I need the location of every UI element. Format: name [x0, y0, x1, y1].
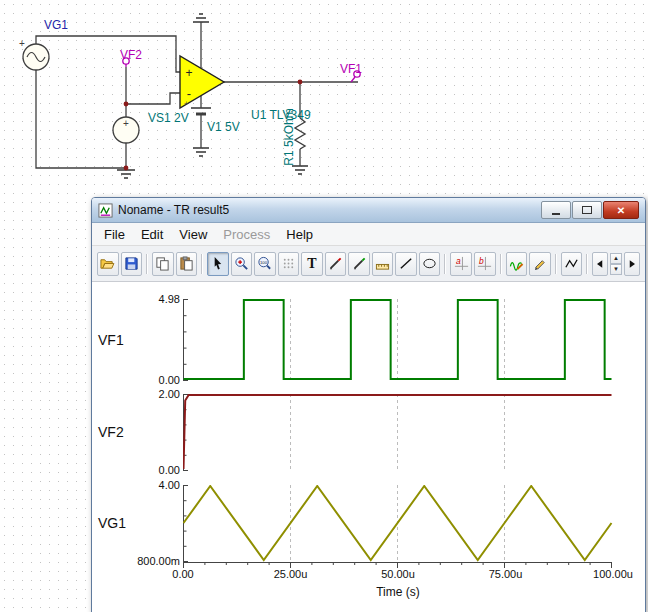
chart-vf1[interactable] [183, 299, 613, 381]
title-bar[interactable]: Noname - TR result5 ✕ [92, 198, 645, 223]
grid-button[interactable] [278, 252, 300, 276]
step-left-button[interactable] [592, 252, 608, 276]
opamp-plus-input-label: + [185, 66, 192, 80]
save-button[interactable] [121, 252, 143, 276]
ground-symbols [117, 14, 308, 178]
vs1-label[interactable]: VS1 2V [148, 111, 189, 125]
spin-up-button[interactable]: ▲ [610, 253, 622, 264]
paste-icon [179, 256, 194, 271]
toolbar-separator [500, 254, 502, 274]
r1-resistor-symbol[interactable] [295, 118, 305, 149]
svg-text:b: b [479, 256, 484, 266]
paste-button[interactable] [176, 252, 198, 276]
ellipse-icon [422, 256, 437, 271]
copy-button[interactable] [152, 252, 174, 276]
open-button[interactable] [97, 252, 119, 276]
r1-label[interactable]: R1 5kOhm [282, 102, 296, 172]
zoom-100-button[interactable]: 100 [254, 252, 276, 276]
close-icon: ✕ [617, 205, 625, 216]
vf1-label[interactable]: VF1 [340, 62, 362, 76]
vg1-label[interactable]: VG1 [44, 18, 68, 32]
x-tick-50: 50.00u [381, 568, 415, 580]
minimize-icon [552, 213, 560, 215]
menu-help[interactable]: Help [278, 225, 321, 244]
svg-text:a: a [456, 256, 461, 266]
menu-process[interactable]: Process [215, 225, 278, 244]
v1-label[interactable]: V1 5V [207, 120, 240, 134]
signal-label-vf2: VF2 [98, 424, 124, 440]
down-arrow-icon: ▼ [613, 266, 619, 272]
step-right-button[interactable] [624, 252, 640, 276]
trace-edit-button[interactable] [506, 252, 528, 276]
select-cursor-button[interactable] [207, 252, 229, 276]
cursor-b-icon: b [477, 256, 492, 271]
toolbar: 100 T [92, 246, 645, 282]
pen-icon [532, 256, 547, 271]
vf2-label[interactable]: VF2 [120, 48, 142, 62]
chart-vf2[interactable] [183, 394, 613, 471]
grid-dots-icon [281, 256, 296, 271]
menu-file[interactable]: File [96, 225, 133, 244]
spin-down-button[interactable]: ▼ [610, 264, 622, 275]
polyline-icon [564, 256, 579, 271]
toolbar-separator [586, 254, 588, 274]
zoom-100-icon: 100 [257, 256, 272, 271]
cursor-arrow-icon [210, 256, 225, 271]
vg1-generator-symbol[interactable]: + [19, 38, 49, 70]
signal-label-vf1: VF1 [98, 332, 124, 348]
probe-b-button[interactable] [348, 252, 370, 276]
polyline-button[interactable] [561, 252, 583, 276]
u1-label[interactable]: U1 TLV349 [251, 108, 311, 122]
line-icon [399, 256, 414, 271]
interval-spinner: ▲ ▼ [610, 253, 622, 275]
maximize-button[interactable] [572, 201, 602, 219]
wave-pen-icon [509, 256, 524, 271]
text-tool-button[interactable]: T [301, 252, 323, 276]
probe-green-icon [352, 256, 367, 271]
svg-text:100: 100 [260, 260, 268, 265]
zoom-in-button[interactable] [231, 252, 253, 276]
vs1-source-symbol[interactable]: + [113, 117, 139, 143]
x-tick-100: 100.00u [593, 568, 633, 580]
cursor-b-button[interactable]: b [474, 252, 496, 276]
pen-button[interactable] [529, 252, 551, 276]
y-min-vf2: 0.00 [112, 464, 180, 476]
menu-edit[interactable]: Edit [133, 225, 171, 244]
x-tick-75: 75.00u [489, 568, 523, 580]
chart-vg1[interactable] [183, 485, 613, 562]
up-arrow-icon: ▲ [613, 255, 619, 261]
window-icon [98, 203, 113, 218]
x-tick-0: 0.00 [172, 568, 193, 580]
measure-button[interactable] [372, 252, 394, 276]
folder-icon [100, 256, 115, 271]
vg1-plus-sign: + [19, 38, 25, 49]
window-controls: ✕ [540, 201, 639, 219]
ruler-icon [375, 256, 390, 271]
line-tool-button[interactable] [395, 252, 417, 276]
x-tick-25: 25.00u [274, 568, 308, 580]
vs1-plus-sign: + [123, 118, 129, 129]
y-max-vg1: 4.00 [112, 479, 180, 491]
toolbar-separator [201, 254, 203, 274]
y-min-vg1: 800.00m [112, 555, 180, 567]
floppy-icon [124, 256, 139, 271]
schematic-graphics[interactable]: + + + - + [0, 0, 648, 200]
close-button[interactable]: ✕ [603, 201, 639, 219]
toolbar-separator [555, 254, 557, 274]
ellipse-tool-button[interactable] [419, 252, 441, 276]
y-min-vf1: 0.00 [112, 374, 180, 386]
menu-view[interactable]: View [171, 225, 215, 244]
cursor-a-button[interactable]: a [450, 252, 472, 276]
v1-plus-sign: + [184, 99, 189, 108]
x-tick-labels: 0.00 25.00u 50.00u 75.00u 100.00u [183, 568, 613, 582]
menu-bar: File Edit View Process Help [92, 223, 645, 246]
right-arrow-icon [626, 258, 638, 270]
minimize-button[interactable] [541, 201, 571, 219]
maximize-icon [582, 206, 592, 214]
cursor-a-icon: a [454, 256, 469, 271]
x-axis-title: Time (s) [183, 585, 613, 599]
window-title: Noname - TR result5 [118, 203, 229, 217]
signal-label-vg1: VG1 [98, 515, 126, 531]
probe-a-button[interactable] [325, 252, 347, 276]
zoom-in-icon [234, 256, 249, 271]
